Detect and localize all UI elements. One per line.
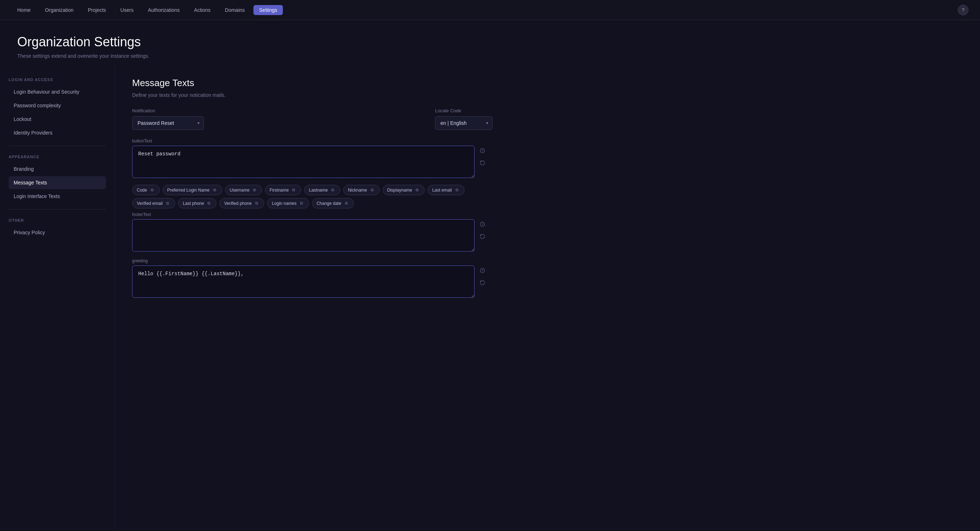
page-subtitle: These settings extend and overwrite your… <box>17 53 963 59</box>
sidebar-item-message-texts[interactable]: Message Texts <box>9 176 106 189</box>
chip-username-copy[interactable]: ⧉ <box>251 187 258 193</box>
sidebar: LOGIN AND ACCESS Login Behaviour and Sec… <box>0 66 115 531</box>
chip-verified-email: Verified email ⧉ <box>132 198 175 208</box>
chip-change-date-copy[interactable]: ⧉ <box>344 200 349 206</box>
nav-home[interactable]: Home <box>11 5 36 15</box>
sidebar-item-privacy-policy[interactable]: Privacy Policy <box>9 226 106 239</box>
page-body: LOGIN AND ACCESS Login Behaviour and Sec… <box>0 66 980 531</box>
button-text-container: Reset password <box>132 146 474 179</box>
footer-text-container <box>132 219 474 253</box>
nav-domains[interactable]: Domains <box>220 5 251 15</box>
greeting-label: greeting <box>132 258 474 263</box>
notification-select-wrapper: Password Reset ▾ <box>132 116 204 130</box>
nav-authorizations[interactable]: Authorizations <box>142 5 186 15</box>
footer-text-reset-btn[interactable] <box>477 231 487 241</box>
greeting-wrapper: greeting Hello {{.FirstName}} {{.LastNam… <box>132 258 493 299</box>
chip-username: Username ⧉ <box>225 185 262 195</box>
chip-change-date: Change date ⧉ <box>312 198 354 208</box>
button-text-wrapper: buttonText Reset password <box>132 138 493 179</box>
greeting-container: Hello {{.FirstName}} {{.LastName}}, <box>132 265 474 299</box>
footer-text-label: footerText <box>132 212 474 217</box>
locale-code-label: Locale Code <box>435 108 493 113</box>
chip-code-copy[interactable]: ⧉ <box>150 187 155 193</box>
section-description: Define your texts for your notication ma… <box>132 92 493 98</box>
chip-code: Code ⧉ <box>132 185 160 195</box>
page-header: Organization Settings These settings ext… <box>0 20 980 66</box>
sidebar-item-lockout[interactable]: Lockout <box>9 113 106 125</box>
notification-label: Notification <box>132 108 204 113</box>
chip-last-email: Last email ⧉ <box>428 185 465 195</box>
chips-row: Code ⧉ Preferred Login Name ⧉ Username ⧉… <box>132 185 493 208</box>
main-content: Message Texts Define your texts for your… <box>115 66 980 531</box>
chip-verified-phone: Verified phone ⧉ <box>220 198 264 208</box>
chip-lastname: Lastname ⧉ <box>304 185 340 195</box>
footer-text-input[interactable] <box>132 219 474 252</box>
chip-last-phone-copy[interactable]: ⧉ <box>206 200 212 206</box>
button-text-history-btn[interactable] <box>477 146 487 156</box>
locale-select-wrapper: en | English ▾ <box>435 116 493 130</box>
greeting-history-btn[interactable] <box>477 265 487 276</box>
locale-group: Locale Code en | English ▾ <box>435 108 493 130</box>
button-text-label: buttonText <box>132 138 474 144</box>
greeting-actions <box>477 265 487 288</box>
sidebar-section-login: LOGIN AND ACCESS <box>9 78 106 82</box>
nav-organization[interactable]: Organization <box>39 5 79 15</box>
notification-row: Notification Password Reset ▾ Locale Cod… <box>132 108 493 130</box>
sidebar-item-login-behaviour[interactable]: Login Behaviour and Security <box>9 86 106 98</box>
chip-preferred-login-name-copy[interactable]: ⧉ <box>212 187 218 193</box>
greeting-reset-btn[interactable] <box>477 278 487 288</box>
chip-firstname-copy[interactable]: ⧉ <box>291 187 296 193</box>
sidebar-divider-1 <box>9 146 106 146</box>
nav-users[interactable]: Users <box>115 5 139 15</box>
chip-lastname-copy[interactable]: ⧉ <box>330 187 336 193</box>
content-body: Message Texts Define your texts for your… <box>115 66 510 316</box>
page-title: Organization Settings <box>17 35 963 49</box>
sidebar-divider-2 <box>9 209 106 209</box>
notification-group: Notification Password Reset ▾ <box>132 108 204 130</box>
sidebar-section-appearance: APPEARANCE <box>9 155 106 159</box>
chip-login-names-copy[interactable]: ⧉ <box>299 200 304 206</box>
sidebar-item-branding[interactable]: Branding <box>9 163 106 176</box>
footer-text-wrapper: footerText <box>132 212 493 253</box>
sidebar-section-other: OTHER <box>9 218 106 222</box>
help-button[interactable]: ? <box>958 5 969 16</box>
nav-items: Home Organization Projects Users Authori… <box>11 5 958 15</box>
sidebar-item-identity-providers[interactable]: Identity Providers <box>9 126 106 139</box>
footer-text-actions <box>477 219 487 241</box>
chip-displayname-copy[interactable]: ⧉ <box>414 187 420 193</box>
chip-firstname: Firstname ⧉ <box>265 185 301 195</box>
sidebar-item-password-complexity[interactable]: Password complexity <box>9 99 106 112</box>
chip-last-email-copy[interactable]: ⧉ <box>454 187 460 193</box>
nav-actions[interactable]: Actions <box>188 5 216 15</box>
button-text-reset-btn[interactable] <box>477 158 487 168</box>
locale-select[interactable]: en | English <box>435 116 493 130</box>
chip-nickname-copy[interactable]: ⧉ <box>369 187 375 193</box>
section-title: Message Texts <box>132 78 493 89</box>
chip-login-names: Login names ⧉ <box>267 198 309 208</box>
chip-preferred-login-name: Preferred Login Name ⧉ <box>162 185 222 195</box>
sidebar-item-login-interface-texts[interactable]: Login Interface Texts <box>9 190 106 203</box>
chip-displayname: Displayname ⧉ <box>383 185 425 195</box>
button-text-input[interactable]: Reset password <box>132 146 474 178</box>
chip-verified-email-copy[interactable]: ⧉ <box>165 200 170 206</box>
chip-nickname: Nickname ⧉ <box>343 185 379 195</box>
top-navigation: Home Organization Projects Users Authori… <box>0 0 980 20</box>
footer-text-history-btn[interactable] <box>477 219 487 229</box>
chip-last-phone: Last phone ⧉ <box>178 198 216 208</box>
notification-select[interactable]: Password Reset <box>132 116 204 130</box>
greeting-input[interactable]: Hello {{.FirstName}} {{.LastName}}, <box>132 265 474 298</box>
nav-projects[interactable]: Projects <box>82 5 112 15</box>
nav-settings[interactable]: Settings <box>253 5 283 15</box>
chip-verified-phone-copy[interactable]: ⧉ <box>254 200 259 206</box>
button-text-actions <box>477 146 487 168</box>
